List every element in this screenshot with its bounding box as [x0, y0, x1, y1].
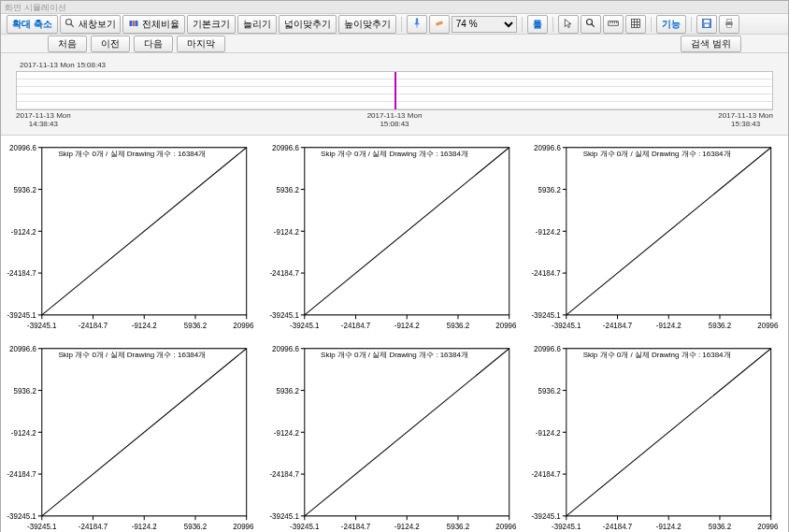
svg-rect-19	[704, 20, 710, 22]
svg-text:-9124.2: -9124.2	[11, 427, 36, 437]
default-ratio-button[interactable]: 기본크기	[187, 15, 236, 34]
ruler-icon	[608, 18, 619, 31]
svg-text:-9124.2: -9124.2	[656, 522, 681, 531]
svg-text:-24184.7: -24184.7	[7, 469, 36, 479]
svg-text:-24184.7: -24184.7	[603, 522, 633, 531]
svg-text:-9124.2: -9124.2	[274, 226, 299, 236]
svg-text:20996.6: 20996.6	[534, 344, 561, 353]
magnify-tool-button[interactable]	[581, 15, 601, 34]
svg-text:-24184.7: -24184.7	[532, 268, 562, 278]
chart-title: Skip 개수 0개 / 실제 Drawing 개수 : 16384개	[321, 350, 468, 360]
chart-svg: -39245.1-24184.7-9124.25936.220996.6-392…	[527, 139, 779, 334]
fit-width-button[interactable]: 넓이맞추기	[279, 15, 337, 34]
eraser-button[interactable]	[429, 15, 450, 34]
svg-text:-24184.7: -24184.7	[603, 320, 633, 329]
svg-text:-9124.2: -9124.2	[536, 427, 561, 437]
chart-title: Skip 개수 0개 / 실제 Drawing 개수 : 16384개	[58, 350, 206, 360]
svg-rect-20	[705, 23, 710, 26]
fit-height-button[interactable]: 높이맞추기	[338, 15, 396, 34]
frame-button[interactable]: 툴	[527, 15, 548, 34]
svg-text:-9124.2: -9124.2	[394, 522, 419, 531]
svg-text:-24184.7: -24184.7	[79, 320, 108, 329]
save-button[interactable]	[696, 15, 717, 34]
svg-point-0	[65, 19, 71, 24]
cursor-icon	[563, 18, 574, 31]
svg-text:20996.6: 20996.6	[534, 142, 561, 151]
ruler-tool-button[interactable]	[603, 15, 624, 34]
last-button[interactable]: 마지막	[177, 36, 225, 52]
svg-text:-39245.1: -39245.1	[290, 320, 320, 329]
svg-text:-24184.7: -24184.7	[269, 268, 299, 278]
new-window-button[interactable]: 새창보기	[60, 15, 121, 34]
svg-text:-24184.7: -24184.7	[340, 320, 370, 329]
svg-text:-39245.1: -39245.1	[27, 522, 57, 531]
cursor-tool-button[interactable]	[558, 15, 579, 34]
timeline-panel: 2017-11-13 Mon 15:08:43 2017-11-13 Mon 1…	[1, 53, 788, 136]
svg-text:-39245.1: -39245.1	[7, 309, 36, 319]
svg-text:20996.6: 20996.6	[495, 522, 516, 531]
zoom-select[interactable]: 74 %	[452, 16, 517, 33]
svg-text:20996.6: 20996.6	[758, 320, 779, 329]
save-icon	[701, 18, 712, 31]
timeline-grid[interactable]	[16, 71, 773, 110]
chart-svg: -39245.1-24184.7-9124.25936.220996.6-392…	[3, 139, 254, 334]
chart-5: Skip 개수 0개 / 실제 Drawing 개수 : 16384개-3924…	[264, 337, 526, 532]
chart-title: Skip 개수 0개 / 실제 Drawing 개수 : 16384개	[583, 350, 731, 360]
print-icon	[724, 18, 735, 31]
svg-text:-39245.1: -39245.1	[532, 511, 562, 521]
svg-text:5936.2: 5936.2	[538, 184, 562, 194]
svg-text:20996.6: 20996.6	[272, 344, 299, 353]
timeline-cursor[interactable]	[394, 72, 396, 109]
stretch-button[interactable]: 늘리기	[237, 15, 277, 34]
svg-text:-24184.7: -24184.7	[7, 268, 36, 278]
svg-text:20996.6: 20996.6	[233, 522, 253, 531]
svg-text:20996.6: 20996.6	[233, 320, 253, 329]
zoom-button[interactable]: 확대 축소	[7, 15, 58, 34]
search-icon	[65, 18, 76, 31]
function-button[interactable]: 기능	[656, 15, 686, 34]
pin-icon	[411, 18, 423, 31]
svg-text:-24184.7: -24184.7	[532, 469, 562, 479]
magnify-icon	[585, 18, 596, 31]
prev-button[interactable]: 이전	[91, 36, 130, 52]
svg-text:-9124.2: -9124.2	[132, 320, 157, 329]
separator	[691, 17, 692, 32]
chart-title: Skip 개수 0개 / 실제 Drawing 개수 : 16384개	[583, 149, 731, 159]
svg-rect-3	[135, 21, 137, 26]
svg-line-1	[71, 23, 74, 26]
pin-button[interactable]	[407, 15, 427, 34]
svg-text:5936.2: 5936.2	[709, 522, 732, 531]
svg-rect-5	[436, 21, 443, 25]
separator	[552, 17, 553, 32]
svg-rect-23	[727, 24, 732, 27]
search-range-button[interactable]: 검색 범위	[681, 36, 741, 52]
svg-text:5936.2: 5936.2	[446, 522, 469, 531]
svg-text:-39245.1: -39245.1	[552, 320, 581, 329]
charts-area: Skip 개수 0개 / 실제 Drawing 개수 : 16384개-3924…	[1, 136, 788, 532]
svg-text:-24184.7: -24184.7	[79, 522, 108, 531]
timeline-header: 2017-11-13 Mon 15:08:43	[16, 61, 773, 71]
chart-1: Skip 개수 0개 / 실제 Drawing 개수 : 16384개-3924…	[1, 136, 264, 338]
separator	[651, 17, 652, 32]
chart-svg: -39245.1-24184.7-9124.25936.220996.6-392…	[3, 340, 254, 532]
first-button[interactable]: 처음	[48, 36, 87, 52]
svg-line-7	[592, 23, 595, 26]
svg-text:-9124.2: -9124.2	[274, 427, 299, 437]
next-button[interactable]: 다음	[134, 36, 173, 52]
svg-text:5936.2: 5936.2	[276, 386, 299, 395]
full-ratio-button[interactable]: 전체비율	[122, 15, 185, 34]
svg-text:5936.2: 5936.2	[538, 386, 562, 395]
app-window: 화면 시뮬레이션 확대 축소 새창보기 전체비율 기본크기 늘리기 넓이맞추기 …	[0, 0, 789, 532]
svg-rect-4	[133, 21, 135, 26]
main-toolbar: 확대 축소 새창보기 전체비율 기본크기 늘리기 넓이맞추기 높이맞추기	[1, 14, 788, 35]
svg-rect-22	[727, 19, 732, 22]
svg-rect-13	[631, 19, 639, 27]
svg-text:20996.6: 20996.6	[495, 320, 516, 329]
print-button[interactable]	[719, 15, 739, 34]
svg-text:-39245.1: -39245.1	[27, 320, 57, 329]
grid-tool-button[interactable]	[625, 15, 646, 34]
svg-text:-39245.1: -39245.1	[552, 522, 581, 531]
svg-text:5936.2: 5936.2	[709, 320, 732, 329]
chart-6: Skip 개수 0개 / 실제 Drawing 개수 : 16384개-3924…	[525, 337, 788, 532]
separator	[401, 17, 402, 32]
